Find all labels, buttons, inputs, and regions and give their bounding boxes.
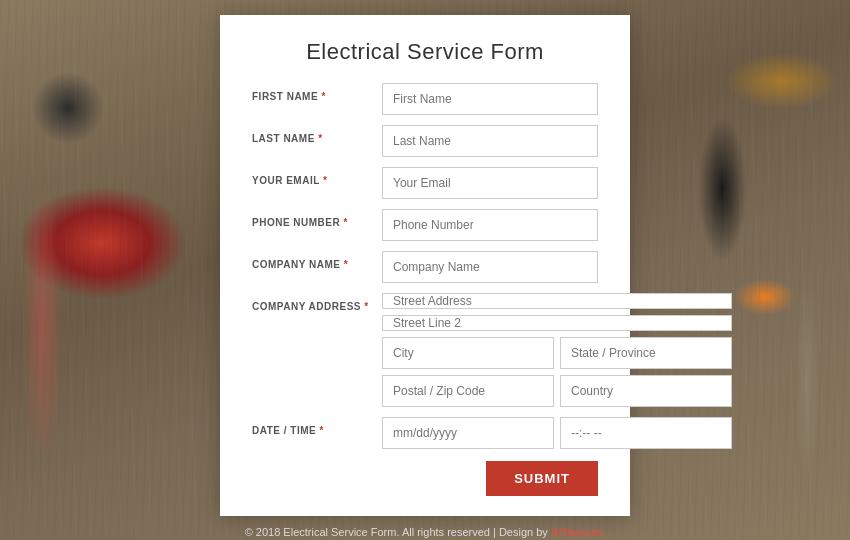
last-name-row: LAST NAME * [252,125,598,157]
submit-button[interactable]: SUBMIT [486,461,598,496]
city-state-row [382,337,732,369]
footer-link[interactable]: W3layouts. [551,526,605,538]
footer-text: © 2018 Electrical Service Form. All righ… [245,526,551,538]
time-input[interactable] [560,417,732,449]
footer: © 2018 Electrical Service Form. All righ… [245,526,606,538]
city-input[interactable] [382,337,554,369]
datetime-label: DATE / TIME * [252,417,382,436]
state-input[interactable] [560,337,732,369]
email-label: YOUR EMAIL * [252,167,382,186]
email-row: YOUR EMAIL * [252,167,598,199]
phone-label: PHONE NUMBER * [252,209,382,228]
zip-input[interactable] [382,375,554,407]
form-card: Electrical Service Form FIRST NAME * LAS… [220,15,630,516]
street2-input[interactable] [382,315,732,331]
datetime-block [382,417,732,449]
phone-input[interactable] [382,209,598,241]
first-name-input[interactable] [382,83,598,115]
first-name-row: FIRST NAME * [252,83,598,115]
last-name-input[interactable] [382,125,598,157]
datetime-row: DATE / TIME * [252,417,598,449]
email-input[interactable] [382,167,598,199]
company-name-label: COMPANY NAME * [252,251,382,270]
street1-input[interactable] [382,293,732,309]
company-address-row: COMPANY ADDRESS * [252,293,598,407]
phone-row: PHONE NUMBER * [252,209,598,241]
company-address-label: COMPANY ADDRESS * [252,293,382,312]
form-title: Electrical Service Form [252,39,598,65]
address-block [382,293,732,407]
zip-country-row [382,375,732,407]
country-input[interactable] [560,375,732,407]
page-wrapper: Electrical Service Form FIRST NAME * LAS… [0,0,850,540]
company-name-row: COMPANY NAME * [252,251,598,283]
last-name-label: LAST NAME * [252,125,382,144]
date-input[interactable] [382,417,554,449]
company-name-input[interactable] [382,251,598,283]
submit-row: SUBMIT [252,461,598,496]
first-name-label: FIRST NAME * [252,83,382,102]
